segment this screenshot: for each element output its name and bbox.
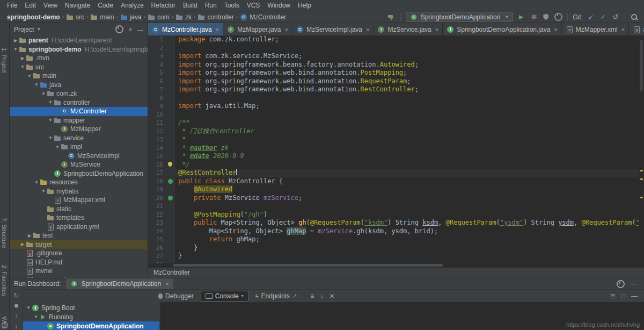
tree-item-test[interactable]: ▶test xyxy=(10,231,148,240)
tab-close-icon[interactable]: × xyxy=(554,26,557,33)
tab-MzMapper.xml[interactable]: MzMapper.xml× xyxy=(562,23,629,35)
dashboard-tree-item-Spring Boot[interactable]: ▼Spring Boot xyxy=(23,303,159,312)
tab-close-icon[interactable]: × xyxy=(285,26,288,33)
menu-analyze[interactable]: Analyze xyxy=(117,0,148,11)
tree-expanded-arrow[interactable]: ▼ xyxy=(19,64,26,69)
breadcrumb-item-src[interactable]: src xyxy=(66,13,84,21)
menu-vcs[interactable]: VCS xyxy=(243,0,264,11)
chevron-down-icon[interactable]: ▼ xyxy=(36,27,41,32)
build-button[interactable] xyxy=(387,12,396,22)
settings-gear-icon[interactable] xyxy=(115,25,123,33)
breadcrumb-item-java[interactable]: java xyxy=(120,13,142,21)
menu-refactor[interactable]: Refactor xyxy=(148,0,179,11)
tree-expanded-arrow[interactable]: ▼ xyxy=(33,314,39,319)
tree-item-templates[interactable]: templates xyxy=(10,213,148,223)
tree-item-application.yml[interactable]: application.yml xyxy=(10,223,148,232)
breadcrumb-item-springboot-demo[interactable]: springboot-demo xyxy=(5,13,60,21)
minimize-panel-icon[interactable]: — xyxy=(631,280,638,288)
breadcrumb-item-MzController[interactable]: MzController xyxy=(240,13,286,21)
tree-item-src[interactable]: ▼src xyxy=(10,63,148,72)
tree-item-MzMapper.xml[interactable]: MzMapper.xml xyxy=(10,196,148,205)
tree-item-MzController[interactable]: MzController xyxy=(10,107,148,116)
tree-item-service[interactable]: ▼service xyxy=(10,134,148,143)
menu-run[interactable]: Run xyxy=(201,0,221,11)
tree-expanded-arrow[interactable]: ▼ xyxy=(33,82,40,87)
tree-collapsed-arrow[interactable]: ▶ xyxy=(19,242,26,247)
tree-expanded-arrow[interactable]: ▼ xyxy=(54,145,61,149)
tool-window-button-favorites[interactable]: 2: Favorites xyxy=(1,265,8,296)
editor-breadcrumb[interactable]: MzController xyxy=(148,267,644,278)
tab-MzService.java[interactable]: MzService.java× xyxy=(374,23,443,35)
tree-item-mapper[interactable]: ▼mapper xyxy=(10,116,148,125)
vcs-commit-button[interactable]: ✓ xyxy=(599,12,608,22)
tool-window-button-project[interactable]: 1: Project xyxy=(1,48,8,73)
hide-panel-icon[interactable]: — xyxy=(631,292,638,300)
run-dashboard-tab[interactable]: SpringbootDemoApplication × xyxy=(66,278,173,289)
warning-stripe-mark[interactable] xyxy=(640,178,643,180)
tree-collapsed-arrow[interactable]: ▶ xyxy=(26,233,33,238)
tree-item-SpringbootDemoApplication[interactable]: SpringbootDemoApplication xyxy=(10,169,148,178)
menu-navigate[interactable]: Navigate xyxy=(61,0,94,11)
tree-collapsed-arrow[interactable]: ▶ xyxy=(19,56,26,61)
tree-item-java[interactable]: ▼java xyxy=(10,81,148,90)
tree-expanded-arrow[interactable]: ▼ xyxy=(26,74,33,78)
tree-item-mybatis[interactable]: ▼mybatis xyxy=(10,187,148,196)
tree-collapsed-arrow[interactable]: ▶ xyxy=(12,38,19,43)
close-icon[interactable]: × xyxy=(165,281,169,287)
spring-gutter-icon[interactable] xyxy=(166,177,175,186)
dashboard-tree-item-SpringbootDemoApplication[interactable]: SpringbootDemoApplication xyxy=(23,321,159,330)
spring-gutter-icon[interactable] xyxy=(166,194,175,203)
tree-expanded-arrow[interactable]: ▼ xyxy=(33,180,40,185)
tree-expanded-arrow[interactable]: ▼ xyxy=(47,118,54,123)
clear-console-icon[interactable]: ✕ xyxy=(329,292,334,300)
collapse-all-icon[interactable]: ↓ xyxy=(12,322,20,330)
tree-item-MzServiceImpl[interactable]: MzServiceImpl xyxy=(10,152,148,161)
tree-item-target[interactable]: ▶target xyxy=(10,240,148,249)
tree-item-parent[interactable]: ▶parentH:\code\Learn\parent xyxy=(10,36,148,45)
tab-MzServiceImpl.java[interactable]: MzServiceImpl.java× xyxy=(292,23,374,35)
tab-close-icon[interactable]: × xyxy=(435,26,438,33)
scroll-to-end-icon[interactable]: ↓ xyxy=(320,292,323,300)
tree-expanded-arrow[interactable]: ▼ xyxy=(40,91,47,96)
hide-panel-icon[interactable]: — xyxy=(137,26,143,33)
menu-code[interactable]: Code xyxy=(94,0,117,11)
code-editor[interactable]: 1package com.zk.controller;23import com.… xyxy=(148,35,639,263)
tab-close-icon[interactable]: × xyxy=(621,26,625,33)
tree-expanded-arrow[interactable]: ▼ xyxy=(25,305,32,310)
tree-item-.gitignore[interactable]: .gitignore xyxy=(10,249,148,258)
tree-item-mvnw[interactable]: mvnw xyxy=(10,267,148,276)
run-button[interactable]: ▶ xyxy=(517,12,525,22)
tree-expanded-arrow[interactable]: ▼ xyxy=(40,189,47,193)
warning-stripe-mark[interactable] xyxy=(640,170,643,171)
tree-item-resources[interactable]: ▼resources xyxy=(10,178,148,187)
run-configuration-select[interactable]: SpringbootDemoApplication ▼ xyxy=(406,12,514,22)
vertical-scrollbar[interactable] xyxy=(639,35,644,263)
tool-window-button-structure[interactable]: 7: Structure xyxy=(1,218,8,248)
breadcrumb-item-com[interactable]: com xyxy=(148,13,170,21)
tree-item-HELP.md[interactable]: HELP.md xyxy=(10,258,148,267)
tree-item-static[interactable]: static xyxy=(10,205,148,214)
menu-build[interactable]: Build xyxy=(179,0,201,11)
horizontal-scrollbar[interactable] xyxy=(173,263,639,267)
menu-window[interactable]: Window xyxy=(264,0,294,11)
search-everywhere-button[interactable] xyxy=(630,12,639,22)
bulb-gutter-icon[interactable] xyxy=(166,161,175,169)
view-tab-debugger[interactable]: Debugger xyxy=(153,291,199,302)
soft-wrap-icon[interactable]: ≡ xyxy=(310,292,314,300)
tree-item-MzMapper[interactable]: MzMapper xyxy=(10,125,148,134)
menu-view[interactable]: View xyxy=(40,0,61,11)
menu-help[interactable]: Help xyxy=(294,0,315,11)
stop-icon[interactable]: ■ xyxy=(12,302,20,310)
collapse-all-icon[interactable]: ∧ xyxy=(128,26,133,33)
settings-gear-icon[interactable] xyxy=(617,280,625,288)
menu-file[interactable]: File xyxy=(3,0,21,11)
tab-close-icon[interactable]: × xyxy=(216,26,219,33)
breadcrumb-item-zk[interactable]: zk xyxy=(175,13,192,21)
view-tab-endpoints[interactable]: Endpoints↗ xyxy=(251,291,302,302)
console-output[interactable]: https://blog.csdn.net/hchvhg xyxy=(160,302,644,330)
tree-item-springboot-demo[interactable]: ▼springboot-demoH:\code\Learn\springboot… xyxy=(10,45,148,54)
scrollbar-thumb[interactable] xyxy=(640,40,643,91)
view-tab-console[interactable]: Console▾ xyxy=(201,291,248,302)
tool-window-button-web[interactable]: Web xyxy=(1,317,8,328)
tab-close-icon[interactable]: × xyxy=(366,26,369,33)
